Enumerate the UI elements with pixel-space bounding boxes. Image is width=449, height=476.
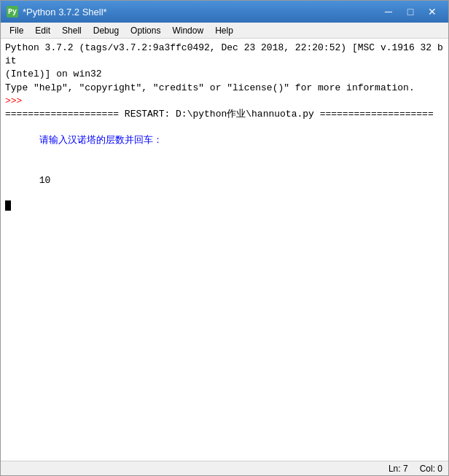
shell-content[interactable]: Python 3.7.2 (tags/v3.7.2:9a3ffc0492, De… xyxy=(1,39,448,461)
text-cursor xyxy=(5,200,11,211)
menu-shell[interactable]: Shell xyxy=(56,23,87,38)
main-window: Py *Python 3.7.2 Shell* ─ □ ✕ File Edit … xyxy=(0,0,449,476)
line-number: Ln: 7 xyxy=(389,464,408,474)
close-button[interactable]: ✕ xyxy=(422,4,442,20)
python-version-line2: (Intel)] on win32 xyxy=(5,68,444,81)
input-prompt-text: 请输入汉诺塔的层数并回车： xyxy=(39,135,163,146)
menu-file[interactable]: File xyxy=(4,23,29,38)
menu-help[interactable]: Help xyxy=(209,23,239,38)
menu-options[interactable]: Options xyxy=(125,23,166,38)
restart-line: ==================== RESTART: D:\python作… xyxy=(5,108,444,121)
menu-bar: File Edit Shell Debug Options Window Hel… xyxy=(1,23,448,39)
python-prompt: >>> xyxy=(5,95,444,108)
menu-debug[interactable]: Debug xyxy=(87,23,125,38)
col-number: Col: 0 xyxy=(420,464,442,474)
output-value-line: 10 xyxy=(5,161,444,201)
python-version-line1: Python 3.7.2 (tags/v3.7.2:9a3ffc0492, De… xyxy=(5,42,444,68)
menu-window[interactable]: Window xyxy=(166,23,209,38)
minimize-button[interactable]: ─ xyxy=(378,4,399,20)
window-controls: ─ □ ✕ xyxy=(378,4,442,20)
title-bar: Py *Python 3.7.2 Shell* ─ □ ✕ xyxy=(1,1,448,23)
python-info-line: Type "help", "copyright", "credits" or "… xyxy=(5,82,444,95)
cursor-line xyxy=(5,200,444,211)
input-prompt-line: 请输入汉诺塔的层数并回车： xyxy=(5,121,444,161)
app-icon: Py xyxy=(7,6,18,17)
output-value: 10 xyxy=(39,175,51,186)
window-title: *Python 3.7.2 Shell* xyxy=(23,7,378,17)
menu-edit[interactable]: Edit xyxy=(29,23,56,38)
status-bar: Ln: 7 Col: 0 xyxy=(1,461,448,475)
maximize-button[interactable]: □ xyxy=(400,4,421,20)
